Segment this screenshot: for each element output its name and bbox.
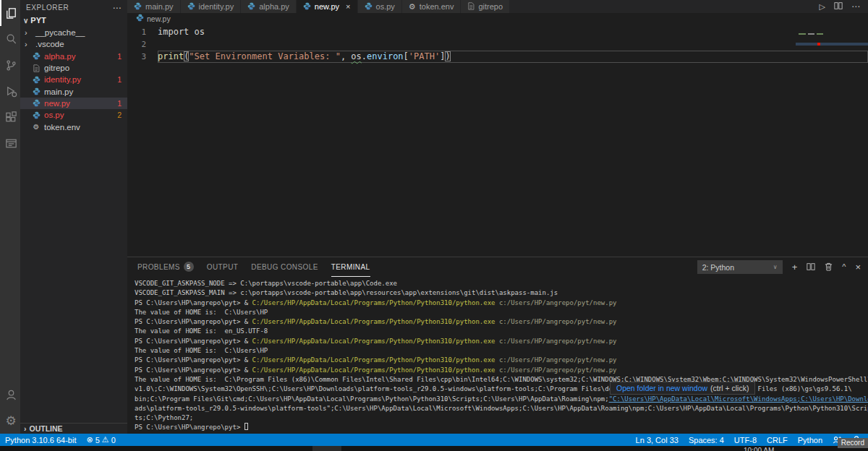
explorer-file-alpha-py[interactable]: alpha.py1 (20, 51, 127, 62)
language-mode-status[interactable]: Python (793, 436, 827, 444)
chevron-right-icon: › (25, 28, 32, 37)
panel-tab-label: TERMINAL (331, 263, 370, 271)
sidebar-header: EXPLORER ⋯ (20, 0, 127, 15)
run-file-icon[interactable]: ▷ (820, 2, 825, 12)
chevron-down-icon: ∨ (23, 17, 28, 25)
editor-actions: ▷ ⋯ (820, 0, 868, 13)
explorer-file-main-py[interactable]: main.py (20, 85, 127, 97)
python-file-icon (247, 2, 255, 12)
python-file-icon (32, 52, 41, 60)
terminal-select[interactable]: 2: Python ∨ (697, 260, 783, 274)
terminal-line: PS C:\Users\HP\angrepo\pyt> & C:/Users/H… (135, 366, 868, 375)
accounts-icon[interactable] (0, 382, 20, 408)
search-icon[interactable] (0, 26, 20, 52)
minimap[interactable] (796, 24, 868, 69)
tooltip-hint: (ctrl + click) (710, 384, 749, 392)
file-name: __pycache__ (35, 28, 85, 37)
explorer-icon[interactable] (0, 0, 20, 26)
explorer-file-identity-py[interactable]: identity.py1 (20, 74, 127, 85)
file-name: os.py (44, 111, 64, 119)
problems-status[interactable]: ⊗ 5 ⚠ 0 (81, 435, 120, 444)
file-icon (467, 2, 475, 12)
line-number: 3 (127, 51, 158, 63)
folder-name: PYT (30, 16, 46, 25)
status-bar-right: Ln 3, Col 33Spaces: 4UTF-8CRLFPython (631, 436, 827, 444)
remote-windows-icon[interactable] (0, 130, 20, 156)
indentation-status[interactable]: Spaces: 4 (684, 436, 729, 444)
terminal-line: ts;C:\Python27; (135, 413, 868, 423)
code-lines: 1import os23print("Set Environment Varia… (127, 26, 868, 63)
close-panel-icon[interactable]: × (855, 262, 861, 272)
python-interpreter-status[interactable]: Python 3.10.6 64-bit (0, 436, 81, 444)
split-editor-icon[interactable] (834, 0, 843, 13)
new-terminal-icon[interactable]: + (792, 262, 798, 272)
more-actions-icon[interactable]: ⋯ (851, 1, 861, 12)
tab-bar: main.pyidentity.pyalpha.pynew.py×os.py⚙t… (127, 0, 868, 13)
terminal-line: The value of HOME is: en_US.UTF-8 (135, 327, 868, 336)
explorer-file-gitrepo[interactable]: gitrepo (20, 62, 127, 74)
panel-tab-label: OUTPUT (207, 263, 239, 271)
tab-new-py[interactable]: new.py× (297, 0, 357, 13)
line-content (158, 38, 868, 51)
split-terminal-icon[interactable] (807, 262, 815, 272)
tab-gitrepo[interactable]: gitrepo (461, 0, 509, 13)
cursor-position-status[interactable]: Ln 3, Col 33 (631, 436, 684, 444)
file-name: identity.py (44, 75, 81, 84)
tab-token-env[interactable]: ⚙token.env (402, 0, 461, 13)
encoding-status[interactable]: UTF-8 (729, 436, 762, 444)
explorer-file-token-env[interactable]: ⚙token.env (20, 121, 127, 132)
explorer-file-new-py[interactable]: new.py1 (20, 98, 127, 109)
explorer-file--pycache-[interactable]: ›__pycache__ (20, 27, 127, 38)
terminal-line: PS C:\Users\HP\angrepo\pyt> & C:/Users/H… (135, 356, 868, 365)
warnings-count: 0 (111, 436, 116, 444)
sidebar-more-actions-icon[interactable]: ⋯ (112, 3, 122, 13)
kill-terminal-trash-icon[interactable] (825, 262, 833, 272)
tab-alpha-py[interactable]: alpha.py (241, 0, 296, 13)
panel-tab-terminal[interactable]: TERMINAL (331, 257, 370, 277)
maximize-panel-icon[interactable]: ^ (842, 263, 846, 271)
chevron-right-icon: › (24, 424, 27, 433)
panel-tab-debug-console[interactable]: DEBUG CONSOLE (251, 257, 318, 277)
terminal-line: v1.0\;C:\WINDOWS\System32\OpenSSH\;C:\Us… (135, 385, 868, 394)
panel-header: PROBLEMS5OUTPUTDEBUG CONSOLETERMINAL 2: … (127, 257, 868, 277)
warnings-icon: ⚠ (102, 435, 109, 444)
tab-os-py[interactable]: os.py (358, 0, 401, 13)
run-and-debug-icon[interactable] (0, 78, 20, 104)
screen-record-overlay: Record (838, 438, 868, 448)
env-gear-icon: ⚙ (32, 123, 41, 131)
explorer-file-os-py[interactable]: os.py2 (20, 109, 127, 121)
panel-tab-output[interactable]: OUTPUT (207, 257, 239, 277)
line-number: 2 (127, 38, 158, 51)
tab-main-py[interactable]: main.py (127, 0, 180, 13)
eol-status[interactable]: CRLF (762, 436, 793, 444)
code-line-2[interactable]: 2 (127, 38, 868, 51)
source-control-icon[interactable] (0, 52, 20, 78)
close-tab-icon[interactable]: × (346, 2, 350, 11)
extensions-icon[interactable] (0, 104, 20, 130)
python-file-icon (32, 76, 41, 84)
code-editor[interactable]: 1import os23print("Set Environment Varia… (127, 24, 868, 257)
code-line-3[interactable]: 3print("Set Environment Variables: ", os… (127, 51, 868, 63)
minimap-line-1 (799, 33, 823, 35)
folder-section-header[interactable]: ∨ PYT (20, 15, 127, 25)
terminal-line: The value of HOME is: C:\Users\HP (135, 308, 868, 317)
terminal-line: PS C:\Users\HP\angrepo\pyt> & C:/Users/H… (135, 298, 868, 308)
explorer-file--vscode[interactable]: ›.vscode (20, 38, 127, 50)
code-line-1[interactable]: 1import os (127, 26, 868, 38)
explorer-tree: ›__pycache__›.vscodealpha.py1gitrepoiden… (20, 27, 127, 133)
tab-identity-py[interactable]: identity.py (181, 0, 241, 13)
terminal-output[interactable]: VSCODE_GIT_ASKPASS_NODE => C:\portapps\v… (127, 277, 868, 433)
panel-actions: 2: Python ∨ + ^ × (697, 260, 861, 274)
tab-label: os.py (376, 2, 395, 11)
outline-section[interactable]: › OUTLINE (20, 423, 127, 434)
terminal-path-link[interactable]: "C:\Users\HP\AppData\Local\Microsoft\Win… (609, 395, 868, 403)
open-folder-link[interactable]: Open folder in new window (616, 384, 707, 392)
breadcrumb[interactable]: new.py (127, 13, 868, 24)
file-name: alpha.py (44, 52, 75, 61)
minimap-error-marker (817, 43, 820, 46)
settings-gear-icon[interactable]: ⚙ (0, 408, 20, 434)
panel-tab-problems[interactable]: PROBLEMS5 (137, 257, 194, 277)
errors-icon: ⊗ (86, 435, 93, 444)
file-name: new.py (44, 99, 70, 108)
minimap-line-3 (796, 43, 868, 46)
